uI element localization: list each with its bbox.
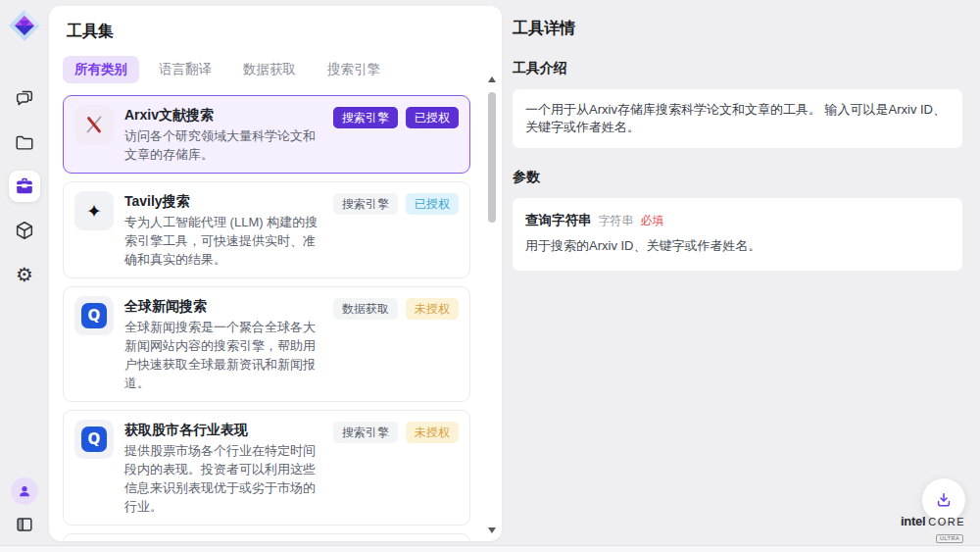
param-type: 字符串 bbox=[599, 213, 634, 229]
category-tab-0[interactable]: 所有类别 bbox=[63, 56, 139, 83]
tool-list: Arxiv文献搜索 访问各个研究领域大量科学论文和文章的存储库。 搜索引擎 已授… bbox=[63, 95, 484, 541]
tool-category-badge: 搜索引擎 bbox=[333, 193, 398, 215]
sidebar-item-account[interactable] bbox=[9, 476, 40, 507]
tool-card[interactable]: Arxiv文献搜索 访问各个研究领域大量科学论文和文章的存储库。 搜索引擎 已授… bbox=[63, 95, 470, 174]
download-icon bbox=[934, 490, 954, 510]
sidebar-item-files[interactable] bbox=[9, 126, 40, 158]
tool-category-badge: 搜索引擎 bbox=[333, 107, 398, 128]
category-tab-1[interactable]: 语言翻译 bbox=[147, 56, 223, 83]
param-card: 查询字符串 字符串 必填 用于搜索的Arxiv ID、关键字或作者姓名。 bbox=[513, 198, 962, 271]
cube-icon bbox=[14, 220, 35, 241]
intro-text: 一个用于从Arxiv存储库搜索科学论文和文章的工具。 输入可以是Arxiv ID… bbox=[513, 89, 962, 148]
tool-badges: 搜索引擎 未授权 bbox=[333, 420, 459, 516]
q-logo-icon: Q bbox=[81, 303, 107, 328]
tool-icon: Q bbox=[74, 420, 114, 459]
tool-badges: 搜索引擎 已授权 bbox=[333, 105, 459, 164]
q-logo-icon: Q bbox=[81, 427, 107, 452]
ultra-badge: ULTRA bbox=[936, 534, 963, 544]
tool-badges: 搜索引擎 已授权 bbox=[333, 191, 459, 269]
tool-description: 专为人工智能代理 (LLM) 构建的搜索引擎工具，可快速提供实时、准确和真实的结… bbox=[124, 213, 322, 269]
sidebar-item-settings[interactable]: ⚙ bbox=[9, 259, 40, 290]
sidebar-item-chat[interactable] bbox=[9, 82, 40, 114]
param-required-badge: 必填 bbox=[641, 213, 664, 229]
sidebar-item-panel-toggle[interactable] bbox=[9, 509, 40, 540]
panel-layout-icon bbox=[14, 514, 35, 535]
sidebar-item-models[interactable] bbox=[9, 215, 40, 246]
chat-bubbles-icon bbox=[14, 87, 35, 109]
tool-description: 全球新闻搜索是一个聚合全球各大新闻网站内容的搜索引擎，帮助用户快速获取全球最新资… bbox=[124, 318, 322, 392]
intel-core-logo: intel CORE ULTRA bbox=[896, 515, 970, 544]
intel-brand-text: intel bbox=[901, 515, 925, 527]
tool-name: 获取股市各行业表现 bbox=[124, 420, 322, 439]
avatar bbox=[11, 477, 38, 505]
sparkle-icon: ✦ bbox=[86, 202, 102, 221]
category-tab-2[interactable]: 数据获取 bbox=[231, 56, 308, 83]
tool-auth-badge: 未授权 bbox=[406, 298, 459, 320]
category-tabs: 所有类别语言翻译数据获取搜索引擎 bbox=[63, 56, 484, 83]
tool-auth-badge: 未授权 bbox=[406, 422, 459, 443]
params-heading: 参数 bbox=[513, 169, 962, 186]
scrollbar-thumb[interactable] bbox=[488, 92, 496, 223]
tools-panel: 工具集 所有类别语言翻译数据获取搜索引擎 Arxiv文献搜索 访问各个研究领域大… bbox=[49, 6, 502, 541]
arxiv-x-icon bbox=[82, 113, 106, 136]
param-description: 用于搜索的Arxiv ID、关键字或作者姓名。 bbox=[525, 237, 950, 255]
tool-name: Tavily搜索 bbox=[124, 191, 322, 211]
toolbox-icon bbox=[14, 176, 35, 197]
tool-description: 访问各个研究领域大量科学论文和文章的存储库。 bbox=[124, 126, 322, 164]
tool-badges: 数据获取 未授权 bbox=[333, 296, 459, 392]
left-sidebar: ⚙ bbox=[0, 0, 49, 552]
scroll-up-arrow-icon[interactable] bbox=[488, 76, 496, 82]
scroll-down-arrow-icon[interactable] bbox=[488, 527, 496, 533]
intro-heading: 工具介绍 bbox=[513, 60, 962, 77]
tool-card[interactable]: Q 获取市场最活跃股票信息 提供当天交易量最高的股票列表，投资者可以利用这些信息… bbox=[63, 533, 470, 541]
param-name: 查询字符串 bbox=[525, 212, 592, 229]
tool-category-badge: 数据获取 bbox=[333, 298, 398, 320]
tool-name: 全球新闻搜索 bbox=[124, 296, 322, 316]
tool-name: Arxiv文献搜索 bbox=[124, 105, 322, 125]
tool-icon: Q bbox=[74, 296, 114, 335]
core-brand-text: CORE bbox=[928, 517, 965, 527]
tool-auth-badge: 已授权 bbox=[406, 193, 459, 215]
tool-icon bbox=[74, 105, 114, 144]
gear-icon: ⚙ bbox=[16, 265, 33, 284]
bottom-edge-strip bbox=[0, 545, 980, 552]
tool-detail-panel: 工具详情 工具介绍 一个用于从Arxiv存储库搜索科学论文和文章的工具。 输入可… bbox=[502, 0, 980, 552]
app-logo-icon bbox=[7, 8, 42, 43]
tool-auth-badge: 已授权 bbox=[406, 107, 459, 128]
scrollbar[interactable] bbox=[487, 76, 497, 533]
detail-title: 工具详情 bbox=[513, 19, 962, 39]
tool-icon: ✦ bbox=[74, 191, 114, 230]
tool-card[interactable]: ✦ Tavily搜索 专为人工智能代理 (LLM) 构建的搜索引擎工具，可快速提… bbox=[63, 181, 470, 278]
tool-category-badge: 搜索引擎 bbox=[333, 422, 398, 443]
sidebar-item-tools[interactable] bbox=[9, 171, 40, 202]
page-title: 工具集 bbox=[63, 22, 484, 42]
tool-card[interactable]: Q 全球新闻搜索 全球新闻搜索是一个聚合全球各大新闻网站内容的搜索引擎，帮助用户… bbox=[63, 286, 470, 402]
tool-card[interactable]: Q 获取股市各行业表现 提供股票市场各个行业在特定时间段内的表现。投资者可以利用… bbox=[63, 410, 470, 526]
tool-description: 提供股票市场各个行业在特定时间段内的表现。投资者可以利用这些信息来识别表现优于或… bbox=[124, 441, 322, 516]
sidebar-nav: ⚙ bbox=[9, 82, 40, 290]
folder-icon bbox=[14, 131, 35, 153]
category-tab-3[interactable]: 搜索引擎 bbox=[316, 56, 392, 83]
